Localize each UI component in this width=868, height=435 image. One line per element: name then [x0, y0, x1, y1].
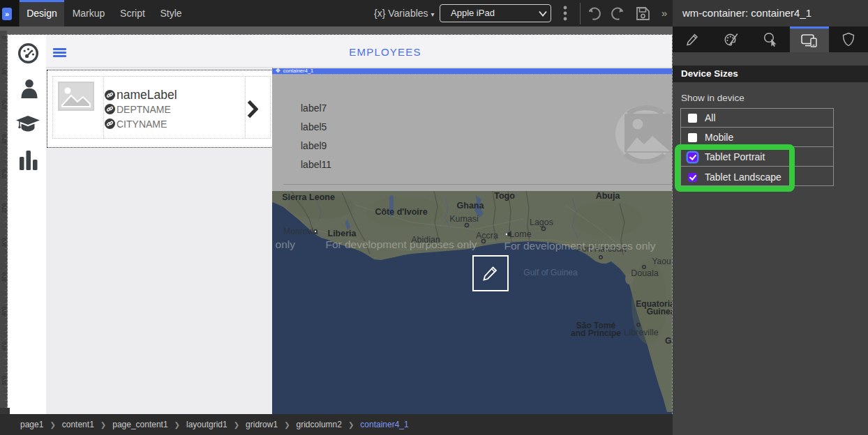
svg-text:Ga: Ga — [665, 336, 672, 346]
svg-text:For development purposes only: For development purposes only — [504, 240, 655, 252]
svg-text:Accra: Accra — [476, 231, 498, 241]
svg-text:Yaou: Yaou — [652, 257, 671, 266]
svg-text:Douala: Douala — [631, 268, 659, 278]
svg-text:Libreville: Libreville — [624, 328, 658, 337]
svg-text:Togo: Togo — [494, 191, 515, 201]
svg-text:only: only — [276, 238, 296, 250]
svg-text:Côte d'Ivoire: Côte d'Ivoire — [375, 207, 427, 217]
svg-text:Gulf of Guinea: Gulf of Guinea — [523, 268, 578, 277]
svg-text:Monrovia: Monrovia — [283, 227, 318, 236]
svg-text:Kumasi: Kumasi — [449, 214, 479, 224]
svg-text:Sierra Leone: Sierra Leone — [282, 192, 335, 202]
svg-text:Ghana: Ghana — [457, 201, 485, 211]
svg-text:Lagos: Lagos — [530, 218, 553, 227]
svg-text:Abuja: Abuja — [596, 191, 621, 201]
svg-text:Guinea: Guinea — [647, 307, 672, 316]
svg-text:Lome: Lome — [509, 229, 531, 239]
svg-text:and Príncipe: and Príncipe — [571, 328, 621, 338]
svg-text:For development purposes only: For development purposes only — [325, 238, 477, 250]
svg-text:Liberia: Liberia — [328, 229, 357, 238]
